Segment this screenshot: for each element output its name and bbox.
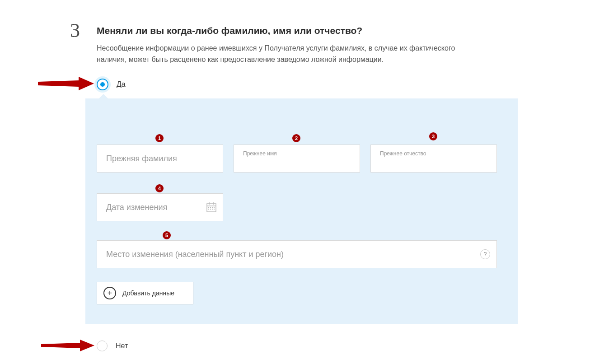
add-data-button[interactable]: + Добавить данные: [97, 282, 193, 304]
radio-no[interactable]: Нет: [97, 341, 128, 351]
step-badge-2: 2: [292, 134, 300, 142]
svg-marker-0: [38, 77, 94, 90]
prev-patronymic-placeholder: Прежнее отчество: [380, 150, 426, 157]
plus-icon: +: [103, 287, 116, 299]
step-badge-5: 5: [163, 231, 171, 239]
prev-surname-input[interactable]: Прежняя фамилия: [97, 145, 223, 173]
change-place-placeholder: Место изменения (населенный пункт и реги…: [106, 250, 284, 259]
add-data-label: Добавить данные: [122, 289, 174, 297]
svg-marker-13: [41, 340, 94, 351]
prev-patronymic-input[interactable]: Прежнее отчество: [370, 145, 497, 173]
question-title: Меняли ли вы когда-либо фамилию, имя или…: [97, 25, 362, 36]
prev-name-placeholder: Прежнее имя: [243, 150, 277, 157]
radio-yes[interactable]: Да: [97, 79, 126, 90]
change-date-placeholder: Дата изменения: [106, 203, 167, 212]
prev-name-input[interactable]: Прежнее имя: [234, 145, 360, 173]
svg-rect-5: [208, 207, 209, 208]
radio-no-label: Нет: [116, 342, 128, 350]
arrow-indicator-yes-icon: [38, 76, 94, 91]
radio-no-indicator-icon: [97, 341, 108, 351]
step-badge-4: 4: [155, 184, 164, 192]
help-icon[interactable]: ?: [480, 249, 490, 259]
svg-rect-10: [210, 209, 211, 210]
svg-rect-8: [214, 207, 215, 208]
svg-rect-11: [212, 209, 213, 210]
question-description: Несообщение информации о ранее имевшихся…: [97, 43, 485, 65]
svg-rect-6: [210, 207, 211, 208]
prev-surname-placeholder: Прежняя фамилия: [106, 154, 177, 163]
yes-details-panel: 1 2 3 4 5 Прежняя фамилия Прежнее имя Пр…: [85, 98, 518, 324]
svg-rect-9: [208, 209, 209, 210]
calendar-icon: [206, 202, 216, 212]
form-step-3: 3 Меняли ли вы когда-либо фамилию, имя и…: [0, 0, 604, 364]
step-badge-1: 1: [155, 134, 164, 142]
change-place-input[interactable]: Место изменения (населенный пункт и реги…: [97, 240, 497, 268]
arrow-indicator-no-icon: [41, 339, 94, 352]
svg-rect-12: [214, 209, 215, 210]
radio-yes-label: Да: [117, 80, 126, 89]
step-badge-3: 3: [429, 132, 437, 140]
step-number: 3: [70, 19, 80, 42]
svg-rect-7: [212, 207, 213, 208]
radio-yes-indicator-icon: [97, 79, 108, 90]
change-date-input[interactable]: Дата изменения: [97, 193, 223, 221]
